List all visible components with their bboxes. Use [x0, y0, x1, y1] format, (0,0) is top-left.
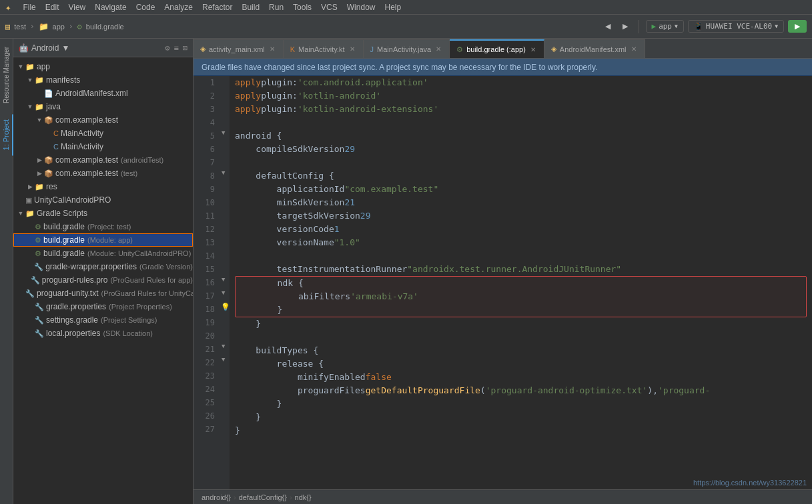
ln-11: 11: [193, 209, 215, 223]
project-tab[interactable]: 1: Project: [0, 114, 13, 155]
tree-extra-build-gradle-unity: (Module: UnityCallAndroidPRO): [87, 249, 191, 257]
tree-item-build-gradle-project[interactable]: ⚙ build.gradle (Project: test): [13, 220, 193, 233]
tree-extra-proguard-rules: (ProGuard Rules for app): [111, 276, 193, 284]
tree-extra-proguard-unity: (ProGuard Rules for UnityCallAndroidP...…: [101, 289, 193, 297]
tab-activity-main-xml[interactable]: ◈ activity_main.xml ✕: [193, 39, 284, 58]
num-targetsdk: 29: [360, 209, 371, 223]
ln-20: 20: [193, 329, 215, 343]
tab-androidmanifest-xml[interactable]: ◈ AndroidManifest.xml ✕: [544, 39, 645, 58]
num-versioncode: 1: [334, 223, 340, 236]
code-line-11: targetSdkVersion 29: [235, 209, 807, 223]
tab-close-mainactivity-kt[interactable]: ✕: [348, 45, 356, 53]
tab-close-build-gradle[interactable]: ✕: [529, 46, 537, 53]
menu-vcs[interactable]: VCS: [321, 3, 338, 12]
gradle-icon-app: ⚙: [35, 236, 41, 245]
device-selector[interactable]: 📱 HUAWEI VCE-AL00 ▼: [688, 20, 784, 33]
tab-close-activity-main[interactable]: ✕: [268, 45, 276, 53]
bulb-icon[interactable]: 💡: [221, 303, 230, 311]
menu-analyze[interactable]: Analyze: [164, 3, 193, 12]
menu-help[interactable]: Help: [384, 3, 401, 12]
ln-16: 16: [193, 276, 215, 289]
toolbar-project: test: [14, 23, 26, 31]
panel-settings-icon[interactable]: ≡: [174, 43, 179, 53]
tree-item-mainactivity-kt[interactable]: C MainActivity: [13, 127, 193, 140]
panel-title: 🤖 Android ▼: [19, 43, 69, 53]
fold-buildtypes-icon[interactable]: ▼: [222, 343, 225, 349]
tree-item-androidmanifest[interactable]: 📄 AndroidManifest.xml: [13, 87, 193, 100]
ln-23: 23: [193, 369, 215, 383]
code-line-27: }: [235, 424, 807, 437]
tree-item-build-gradle-unity[interactable]: ⚙ build.gradle (Module: UnityCallAndroid…: [13, 247, 193, 260]
tree-item-app[interactable]: ▼ 📁 app: [13, 60, 193, 73]
resource-manager-tab[interactable]: Resource Manager: [1, 41, 12, 109]
tree-item-package[interactable]: ▼ 📦 com.example.test: [13, 113, 193, 127]
ln-22: 22: [193, 356, 215, 369]
run-config-selector[interactable]: ▶ app ▼: [646, 20, 684, 33]
project-tab-label: 1: Project: [2, 119, 10, 150]
menu-build[interactable]: Build: [242, 3, 260, 12]
panel-collapse-icon[interactable]: ⊡: [183, 43, 187, 53]
tree-item-res[interactable]: ▶ 📁 res: [13, 180, 193, 193]
tree-label-settings-gradle: settings.gradle: [46, 315, 98, 325]
menu-code[interactable]: Code: [136, 3, 155, 12]
folder-icon-app: 📁: [25, 63, 35, 71]
code-line-1: apply plugin: 'com.android.application': [235, 76, 807, 89]
tree-label-gradle-properties: gradle.properties: [46, 302, 106, 311]
menu-view[interactable]: View: [68, 3, 85, 12]
breadcrumb-defaultconfig[interactable]: defaultConfig{}: [239, 493, 287, 501]
ln-13: 13: [193, 236, 215, 249]
tree-item-proguard-unity[interactable]: 🔧 proguard-unity.txt (ProGuard Rules for…: [13, 287, 193, 300]
menu-tools[interactable]: Tools: [293, 3, 312, 12]
tree-item-proguard-rules[interactable]: 🔧 proguard-rules.pro (ProGuard Rules for…: [13, 273, 193, 287]
str-abifilters: 'armeabi-v7a': [350, 290, 418, 303]
fold-android-icon[interactable]: ▼: [222, 129, 225, 136]
tree-item-settings-gradle[interactable]: 🔧 settings.gradle (Project Settings): [13, 313, 193, 327]
tree-item-test[interactable]: ▶ 📦 com.example.test (test): [13, 167, 193, 180]
menu-window[interactable]: Window: [347, 3, 376, 12]
breadcrumb-ndk[interactable]: ndk{}: [295, 493, 312, 501]
breadcrumb-android[interactable]: android{}: [201, 493, 231, 501]
ln-6: 6: [193, 143, 215, 156]
tab-mainactivity-java[interactable]: J MainActivity.java ✕: [364, 39, 450, 58]
tab-label-activity-main: activity_main.xml: [209, 45, 265, 53]
tree-item-androidtest[interactable]: ▶ 📦 com.example.test (androidTest): [13, 153, 193, 167]
panel-dropdown-arrow[interactable]: ▼: [61, 43, 69, 53]
menu-navigate[interactable]: Navigate: [95, 3, 126, 12]
panel-cog-icon[interactable]: ⚙: [165, 43, 169, 53]
menu-run[interactable]: Run: [269, 3, 284, 12]
tree-label-gradle-wrapper: gradle-wrapper.properties: [45, 262, 137, 271]
tree-extra-local-properties: (SDK Location): [103, 329, 153, 337]
fold-close-ndk-icon[interactable]: ▼: [222, 289, 225, 296]
tree-item-local-properties[interactable]: 🔧 local.properties (SDK Location): [13, 327, 193, 340]
fold-release-icon[interactable]: ▼: [222, 356, 225, 363]
tree-item-gradle-scripts[interactable]: ▼ 📁 Gradle Scripts: [13, 207, 193, 220]
tree-item-manifests[interactable]: ▼ 📁 manifests: [13, 73, 193, 87]
toolbar-sep2: ›: [69, 22, 73, 31]
tab-icon-mainactivity-java: J: [370, 45, 374, 53]
ln-10: 10: [193, 196, 215, 209]
menu-refactor[interactable]: Refactor: [202, 3, 232, 12]
tab-build-gradle-app[interactable]: ⚙ build.gradle (:app) ✕: [450, 39, 544, 58]
tree-item-unity[interactable]: ▣ UnityCallAndroidPRO: [13, 193, 193, 207]
tree-item-java[interactable]: ▼ 📁 java: [13, 100, 193, 113]
menu-edit[interactable]: Edit: [45, 3, 59, 12]
back-button[interactable]: ◀: [601, 21, 615, 32]
tab-close-mainactivity-java[interactable]: ✕: [434, 45, 442, 53]
tree-item-gradle-wrapper[interactable]: 🔧 gradle-wrapper.properties (Gradle Vers…: [13, 260, 193, 273]
tree-extra-gradle-wrapper: (Gradle Version): [139, 263, 193, 271]
num-minsdk: 21: [344, 196, 355, 209]
tree-item-build-gradle-app[interactable]: ⚙ build.gradle (Module: app): [13, 233, 193, 247]
code-content[interactable]: apply plugin: 'com.android.application' …: [230, 76, 812, 489]
tree-item-mainactivity-java[interactable]: C MainActivity: [13, 140, 193, 153]
fold-defaultconfig-icon[interactable]: ▼: [222, 169, 225, 176]
folder-icon-manifests: 📁: [35, 76, 44, 85]
run-button[interactable]: ▶: [788, 20, 807, 33]
forward-button[interactable]: ▶: [619, 21, 632, 32]
tabs-bar: ◈ activity_main.xml ✕ K MainActivity.kt …: [193, 39, 812, 59]
tree-item-gradle-properties[interactable]: 🔧 gradle.properties (Project Properties): [13, 300, 193, 313]
tab-mainactivity-kt[interactable]: K MainActivity.kt ✕: [284, 39, 364, 58]
ln-27: 27: [193, 423, 215, 436]
menu-file[interactable]: File: [23, 3, 35, 12]
tab-close-androidmanifest[interactable]: ✕: [630, 45, 638, 53]
fold-ndk-icon[interactable]: ▼: [222, 276, 225, 283]
